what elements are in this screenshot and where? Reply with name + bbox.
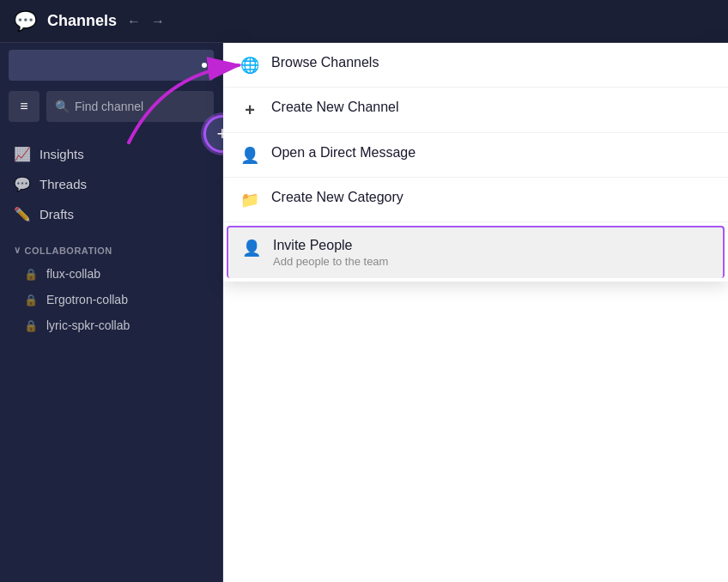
channel-ergotron-collab[interactable]: 🔒 Ergotron-collab: [0, 287, 222, 312]
lock-icon: 🔒: [24, 268, 38, 281]
threads-icon: 💬: [14, 176, 31, 192]
sidebar-item-label: Insights: [39, 147, 84, 161]
sidebar: ≡ 🔍 Find channel 📈 Insights 💬 Threads ✏️…: [0, 43, 223, 582]
folder-plus-icon: 📁: [240, 191, 259, 209]
drafts-icon: ✏️: [14, 206, 31, 222]
sidebar-item-drafts[interactable]: ✏️ Drafts: [0, 199, 222, 229]
sidebar-item-label: Drafts: [39, 207, 74, 221]
filter-button[interactable]: ≡: [9, 91, 39, 122]
user-bar[interactable]: [9, 50, 214, 81]
dropdown-direct-message[interactable]: 👤 Open a Direct Message: [223, 133, 728, 178]
search-box[interactable]: 🔍 Find channel: [46, 91, 214, 122]
app-title: Channels: [47, 12, 117, 30]
dropdown-item-content: Invite People Add people to the team: [273, 238, 388, 268]
top-bar: 💬 Channels ← →: [0, 0, 728, 43]
sidebar-nav: 📈 Insights 💬 Threads ✏️ Drafts: [0, 132, 222, 236]
sidebar-item-insights[interactable]: 📈 Insights: [0, 139, 222, 169]
globe-icon: 🌐: [240, 56, 259, 75]
dropdown-item-content: Create New Channel: [271, 100, 399, 115]
person-icon: 👤: [240, 146, 259, 165]
plus-circle-icon: +: [240, 100, 259, 120]
lock-icon: 🔒: [24, 319, 38, 332]
dropdown-item-content: Open a Direct Message: [271, 145, 416, 161]
dropdown-menu: 🌐 Browse Channels + Create New Channel 👤…: [223, 43, 728, 282]
invite-people-sublabel: Add people to the team: [273, 255, 388, 268]
lock-icon: 🔒: [24, 294, 38, 306]
person-add-icon: 👤: [242, 239, 261, 258]
forward-button[interactable]: →: [151, 14, 165, 29]
dropdown-invite-people[interactable]: 👤 Invite People Add people to the team: [227, 226, 725, 278]
direct-message-label: Open a Direct Message: [271, 145, 416, 161]
invite-people-label: Invite People: [273, 238, 388, 253]
section-label: COLLABORATION: [25, 246, 112, 256]
channel-label: flux-collab: [46, 267, 100, 281]
app-icon: 💬: [14, 10, 37, 33]
search-icon: 🔍: [55, 100, 70, 113]
section-header-collaboration: ∨ COLLABORATION: [0, 236, 222, 261]
insights-icon: 📈: [14, 146, 31, 162]
sidebar-item-threads[interactable]: 💬 Threads: [0, 169, 222, 199]
dropdown-item-content: Browse Channels: [271, 55, 379, 70]
sidebar-item-label: Threads: [39, 177, 87, 191]
dropdown-browse-channels[interactable]: 🌐 Browse Channels: [223, 43, 728, 88]
search-placeholder: Find channel: [75, 100, 143, 113]
dropdown-item-content: Create New Category: [271, 190, 403, 205]
new-category-label: Create New Category: [271, 190, 403, 205]
main-layout: ≡ 🔍 Find channel 📈 Insights 💬 Threads ✏️…: [0, 43, 728, 582]
channel-lyric-spkr-collab[interactable]: 🔒 lyric-spkr-collab: [0, 312, 222, 338]
dropdown-new-category[interactable]: 📁 Create New Category: [223, 178, 728, 222]
channel-flux-collab[interactable]: 🔒 flux-collab: [0, 261, 222, 287]
create-channel-label: Create New Channel: [271, 100, 399, 115]
back-button[interactable]: ←: [127, 14, 141, 29]
main-content: 😄 Featured ∨ ☆ 👥 2 📌 📄 Add a chan... 🌐 B…: [223, 43, 728, 582]
sidebar-search-row: ≡ 🔍 Find channel: [0, 81, 222, 132]
browse-channels-label: Browse Channels: [271, 55, 379, 70]
section-chevron: ∨: [14, 245, 21, 256]
filter-icon: ≡: [20, 99, 27, 114]
channel-label: lyric-spkr-collab: [46, 318, 130, 332]
dropdown-create-channel[interactable]: + Create New Channel: [223, 88, 728, 133]
channel-label: Ergotron-collab: [46, 293, 128, 306]
